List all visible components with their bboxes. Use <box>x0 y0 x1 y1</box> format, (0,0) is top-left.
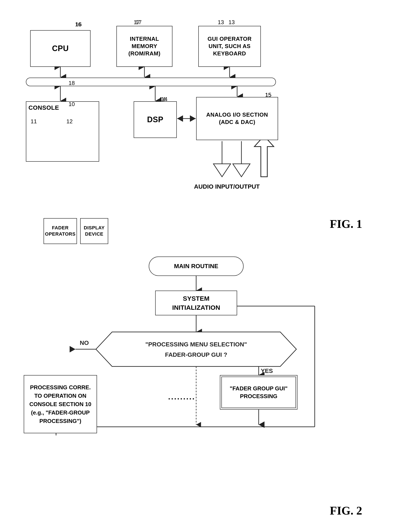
page: 16 17 13 18 10 14 15 11 12 CPU INTERNALM… <box>0 0 399 532</box>
fig1-ref12: 12 <box>66 118 73 125</box>
dsp-box: DSP <box>134 101 177 138</box>
svg-marker-16 <box>233 141 250 177</box>
fig2-caption: FIG. 2 <box>330 504 362 517</box>
system-init-box: SYSTEMINITIALIZATION <box>155 291 237 315</box>
system-init-label: SYSTEMINITIALIZATION <box>172 294 220 312</box>
fader-gui-box: "FADER GROUP GUI"PROCESSING <box>220 375 298 410</box>
console-box: CONSOLE FADEROPERATORS DISPLAYDEVICE <box>26 101 99 162</box>
fig1-ref18: 18 <box>69 80 75 86</box>
console-label: CONSOLE <box>28 104 59 111</box>
processing-corre-box: PROCESSING CORRE.TO OPERATION ONCONSOLE … <box>24 375 97 433</box>
bus-bar <box>26 78 276 86</box>
fig1-ref15: 15 <box>265 92 271 98</box>
fig1-ref14: 14 <box>161 96 167 103</box>
fig1-ref13: 13 <box>218 19 224 26</box>
fig2-container: NO YES MAIN ROUTINE SYSTEMINITIALIZATION… <box>13 254 379 522</box>
svg-marker-17 <box>254 136 274 177</box>
svg-text:YES: YES <box>261 367 273 374</box>
fader-box: FADEROPERATORS <box>44 218 77 244</box>
svg-text:"PROCESSING MENU SELECTION": "PROCESSING MENU SELECTION" <box>145 341 247 348</box>
fader-label: FADEROPERATORS <box>45 225 76 237</box>
memory-label: INTERNALMEMORY(ROM/RAM) <box>128 35 161 57</box>
fig1-caption: FIG. 1 <box>330 217 362 231</box>
display-label: DISPLAYDEVICE <box>84 225 105 237</box>
dots: ......... <box>168 392 195 401</box>
audio-label: AUDIO INPUT/OUTPUT <box>194 183 260 190</box>
gui-label: GUI OPERATORUNIT, SUCH ASKEYBOARD <box>208 35 252 57</box>
cpu-box: CPU <box>30 30 90 67</box>
analog-label: ANALOG I/O SECTION(ADC & DAC) <box>206 111 268 126</box>
dsp-label: DSP <box>147 115 163 124</box>
display-box: DISPLAYDEVICE <box>80 218 108 244</box>
cpu-label: CPU <box>52 44 69 53</box>
gui-box: GUI OPERATORUNIT, SUCH ASKEYBOARD <box>198 26 261 67</box>
analog-box: ANALOG I/O SECTION(ADC & DAC) <box>196 97 278 140</box>
fig1-ref11: 11 <box>31 118 37 125</box>
processing-corre-label: PROCESSING CORRE.TO OPERATION ONCONSOLE … <box>29 383 91 425</box>
fig1-ref10: 10 <box>69 101 75 108</box>
main-routine-label: MAIN ROUTINE <box>174 263 218 270</box>
fig1-ref17: 17 <box>135 19 142 26</box>
svg-text:NO: NO <box>80 340 89 346</box>
ref-13: 13 <box>228 19 235 26</box>
fader-gui-label: "FADER GROUP GUI"PROCESSING <box>230 385 288 400</box>
svg-marker-37 <box>96 332 296 367</box>
main-routine-box: MAIN ROUTINE <box>149 257 244 276</box>
svg-marker-15 <box>213 141 231 177</box>
menu-selection-container: "PROCESSING MENU SELECTION" FADER-GROUP … <box>95 331 298 367</box>
memory-box: INTERNALMEMORY(ROM/RAM) <box>116 26 172 67</box>
svg-text:FADER-GROUP GUI ?: FADER-GROUP GUI ? <box>165 351 228 358</box>
fig1-ref16: 16 <box>75 21 81 28</box>
